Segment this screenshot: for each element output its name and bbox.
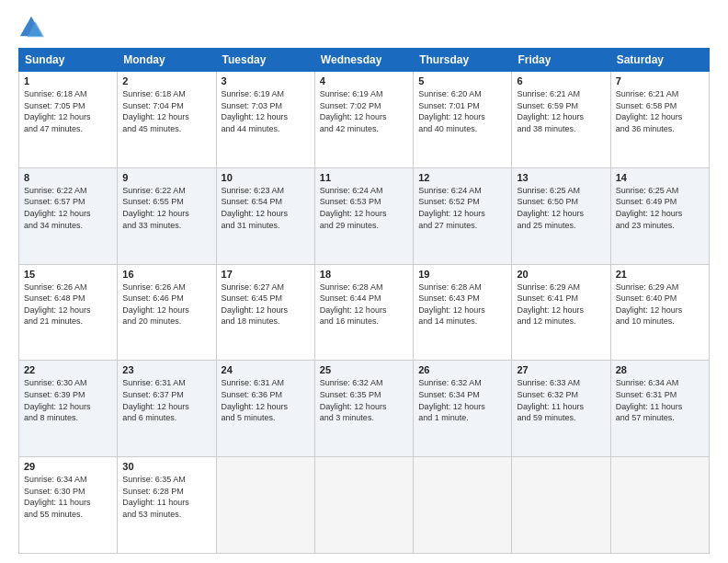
day-number: 6 — [517, 75, 605, 86]
day-number: 7 — [616, 75, 704, 86]
day-info: Sunrise: 6:32 AMSunset: 6:34 PMDaylight:… — [418, 377, 506, 423]
header-day-wednesday: Wednesday — [314, 49, 413, 72]
day-number: 27 — [517, 364, 605, 375]
header-day-thursday: Thursday — [414, 49, 512, 72]
day-info: Sunrise: 6:31 AMSunset: 6:36 PMDaylight:… — [222, 377, 310, 423]
day-info: Sunrise: 6:31 AMSunset: 6:37 PMDaylight:… — [122, 377, 210, 423]
calendar-cell: 20Sunrise: 6:29 AMSunset: 6:41 PMDayligh… — [512, 264, 610, 361]
day-number: 20 — [517, 269, 605, 280]
calendar-cell: 21Sunrise: 6:29 AMSunset: 6:40 PMDayligh… — [610, 264, 709, 361]
page: SundayMondayTuesdayWednesdayThursdayFrid… — [0, 0, 728, 563]
day-number: 18 — [320, 269, 408, 280]
calendar-cell — [414, 457, 512, 554]
day-number: 8 — [24, 172, 112, 183]
day-number: 19 — [418, 269, 506, 280]
day-number: 16 — [122, 269, 210, 280]
day-info: Sunrise: 6:18 AMSunset: 7:05 PMDaylight:… — [24, 88, 112, 134]
day-number: 22 — [24, 364, 112, 375]
calendar-table: SundayMondayTuesdayWednesdayThursdayFrid… — [18, 48, 710, 554]
calendar-cell: 17Sunrise: 6:27 AMSunset: 6:45 PMDayligh… — [216, 264, 314, 361]
header-day-tuesday: Tuesday — [216, 49, 314, 72]
calendar-week-row: 1Sunrise: 6:18 AMSunset: 7:05 PMDaylight… — [19, 72, 710, 168]
day-info: Sunrise: 6:28 AMSunset: 6:43 PMDaylight:… — [418, 282, 506, 327]
calendar-cell: 6Sunrise: 6:21 AMSunset: 6:59 PMDaylight… — [512, 72, 610, 168]
day-number: 9 — [122, 172, 210, 183]
day-number: 1 — [24, 75, 112, 86]
day-info: Sunrise: 6:21 AMSunset: 6:58 PMDaylight:… — [616, 88, 704, 134]
day-number: 13 — [517, 172, 605, 183]
calendar-cell: 12Sunrise: 6:24 AMSunset: 6:52 PMDayligh… — [414, 167, 512, 264]
calendar-cell: 9Sunrise: 6:22 AMSunset: 6:55 PMDaylight… — [118, 167, 216, 264]
calendar-cell: 8Sunrise: 6:22 AMSunset: 6:57 PMDaylight… — [19, 167, 118, 264]
calendar-cell: 1Sunrise: 6:18 AMSunset: 7:05 PMDaylight… — [19, 72, 118, 168]
calendar-cell — [216, 457, 314, 554]
day-info: Sunrise: 6:34 AMSunset: 6:31 PMDaylight:… — [616, 377, 704, 423]
calendar-cell: 23Sunrise: 6:31 AMSunset: 6:37 PMDayligh… — [118, 361, 216, 457]
calendar-cell — [512, 457, 610, 554]
day-info: Sunrise: 6:33 AMSunset: 6:32 PMDaylight:… — [517, 377, 605, 423]
day-info: Sunrise: 6:18 AMSunset: 7:04 PMDaylight:… — [122, 88, 210, 134]
day-info: Sunrise: 6:21 AMSunset: 6:59 PMDaylight:… — [517, 88, 605, 134]
day-number: 30 — [122, 461, 210, 472]
calendar-week-row: 8Sunrise: 6:22 AMSunset: 6:57 PMDaylight… — [19, 167, 710, 264]
calendar-cell: 16Sunrise: 6:26 AMSunset: 6:46 PMDayligh… — [118, 264, 216, 361]
calendar-cell: 30Sunrise: 6:35 AMSunset: 6:28 PMDayligh… — [118, 457, 216, 554]
day-info: Sunrise: 6:34 AMSunset: 6:30 PMDaylight:… — [24, 474, 112, 520]
calendar-cell — [610, 457, 709, 554]
day-number: 25 — [320, 364, 408, 375]
header-day-sunday: Sunday — [19, 49, 118, 72]
day-info: Sunrise: 6:30 AMSunset: 6:39 PMDaylight:… — [24, 377, 112, 423]
day-number: 12 — [418, 172, 506, 183]
day-number: 14 — [616, 172, 704, 183]
day-info: Sunrise: 6:19 AMSunset: 7:02 PMDaylight:… — [320, 88, 408, 134]
header-day-friday: Friday — [512, 49, 610, 72]
day-number: 2 — [122, 75, 210, 86]
day-info: Sunrise: 6:32 AMSunset: 6:35 PMDaylight:… — [320, 377, 408, 423]
calendar-cell: 19Sunrise: 6:28 AMSunset: 6:43 PMDayligh… — [414, 264, 512, 361]
day-number: 17 — [222, 269, 310, 280]
day-number: 21 — [616, 269, 704, 280]
day-info: Sunrise: 6:24 AMSunset: 6:52 PMDaylight:… — [418, 185, 506, 231]
logo-icon — [18, 15, 44, 40]
calendar-cell: 14Sunrise: 6:25 AMSunset: 6:49 PMDayligh… — [610, 167, 709, 264]
day-number: 24 — [222, 364, 310, 375]
day-info: Sunrise: 6:22 AMSunset: 6:55 PMDaylight:… — [122, 185, 210, 231]
day-info: Sunrise: 6:22 AMSunset: 6:57 PMDaylight:… — [24, 185, 112, 231]
calendar-cell: 2Sunrise: 6:18 AMSunset: 7:04 PMDaylight… — [118, 72, 216, 168]
calendar-cell: 28Sunrise: 6:34 AMSunset: 6:31 PMDayligh… — [610, 361, 709, 457]
day-number: 3 — [222, 75, 310, 86]
calendar-cell: 26Sunrise: 6:32 AMSunset: 6:34 PMDayligh… — [414, 361, 512, 457]
day-number: 26 — [418, 364, 506, 375]
day-info: Sunrise: 6:29 AMSunset: 6:40 PMDaylight:… — [616, 282, 704, 327]
calendar-cell: 22Sunrise: 6:30 AMSunset: 6:39 PMDayligh… — [19, 361, 118, 457]
calendar-cell: 18Sunrise: 6:28 AMSunset: 6:44 PMDayligh… — [314, 264, 413, 361]
calendar-header-row: SundayMondayTuesdayWednesdayThursdayFrid… — [19, 49, 710, 72]
day-info: Sunrise: 6:24 AMSunset: 6:53 PMDaylight:… — [320, 185, 408, 231]
day-info: Sunrise: 6:25 AMSunset: 6:50 PMDaylight:… — [517, 185, 605, 231]
header — [18, 15, 710, 40]
day-number: 15 — [24, 269, 112, 280]
day-info: Sunrise: 6:26 AMSunset: 6:46 PMDaylight:… — [122, 282, 210, 327]
header-day-saturday: Saturday — [610, 49, 709, 72]
calendar-week-row: 22Sunrise: 6:30 AMSunset: 6:39 PMDayligh… — [19, 361, 710, 457]
day-info: Sunrise: 6:23 AMSunset: 6:54 PMDaylight:… — [222, 185, 310, 231]
calendar-cell: 13Sunrise: 6:25 AMSunset: 6:50 PMDayligh… — [512, 167, 610, 264]
day-number: 5 — [418, 75, 506, 86]
calendar-cell: 27Sunrise: 6:33 AMSunset: 6:32 PMDayligh… — [512, 361, 610, 457]
day-number: 29 — [24, 461, 112, 472]
day-info: Sunrise: 6:26 AMSunset: 6:48 PMDaylight:… — [24, 282, 112, 327]
logo — [18, 18, 48, 40]
calendar-week-row: 29Sunrise: 6:34 AMSunset: 6:30 PMDayligh… — [19, 457, 710, 554]
calendar-cell: 3Sunrise: 6:19 AMSunset: 7:03 PMDaylight… — [216, 72, 314, 168]
day-info: Sunrise: 6:19 AMSunset: 7:03 PMDaylight:… — [222, 88, 310, 134]
day-info: Sunrise: 6:29 AMSunset: 6:41 PMDaylight:… — [517, 282, 605, 327]
calendar-cell: 4Sunrise: 6:19 AMSunset: 7:02 PMDaylight… — [314, 72, 413, 168]
calendar-cell: 7Sunrise: 6:21 AMSunset: 6:58 PMDaylight… — [610, 72, 709, 168]
day-info: Sunrise: 6:25 AMSunset: 6:49 PMDaylight:… — [616, 185, 704, 231]
day-info: Sunrise: 6:28 AMSunset: 6:44 PMDaylight:… — [320, 282, 408, 327]
day-number: 10 — [222, 172, 310, 183]
calendar-week-row: 15Sunrise: 6:26 AMSunset: 6:48 PMDayligh… — [19, 264, 710, 361]
day-number: 4 — [320, 75, 408, 86]
calendar-cell: 29Sunrise: 6:34 AMSunset: 6:30 PMDayligh… — [19, 457, 118, 554]
day-info: Sunrise: 6:27 AMSunset: 6:45 PMDaylight:… — [222, 282, 310, 327]
